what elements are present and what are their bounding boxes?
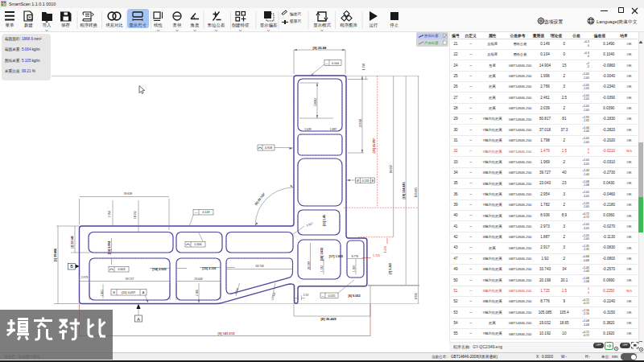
svg-text:[11] 1.45: [11] 1.45	[323, 215, 326, 226]
svg-text:2.954: 2.954	[108, 211, 111, 217]
svg-text:2.917: 2.917	[306, 222, 313, 228]
svg-text:0.918: 0.918	[265, 146, 272, 150]
svg-text:[9] 25.88: [9] 25.88	[313, 46, 327, 50]
svg-text:[5] 29.732°: [5] 29.732°	[254, 192, 266, 206]
svg-text:2.461: 2.461	[101, 290, 104, 296]
svg-text:39.727: 39.727	[126, 278, 134, 281]
svg-text:1.969: 1.969	[353, 265, 356, 272]
svg-text:[9] 141.012: [9] 141.012	[218, 331, 236, 335]
svg-text:[19] 104.846: [19] 104.846	[402, 183, 406, 200]
svg-text:[8] 36.469: [8] 36.469	[320, 317, 336, 321]
svg-text:[14] 2.925: [14] 2.925	[152, 268, 166, 271]
svg-text:[15] 2.191: [15] 2.191	[202, 267, 216, 270]
svg-text:[7] 3.243: [7] 3.243	[389, 263, 392, 274]
svg-text:0.133: 0.133	[362, 179, 369, 183]
svg-text:1.725: 1.725	[373, 254, 380, 257]
svg-text:[6] 9.052: [6] 9.052	[348, 294, 360, 298]
svg-text:2.039: 2.039	[304, 128, 312, 131]
svg-text:23.043: 23.043	[194, 278, 202, 281]
svg-text:8.936: 8.936	[415, 293, 418, 299]
svg-text:A: A	[137, 317, 140, 322]
svg-text:[35] 65.097: [35] 65.097	[373, 138, 376, 154]
svg-text:10.192: 10.192	[134, 211, 137, 219]
svg-text:Φ: Φ	[113, 291, 115, 294]
svg-text:[17] 1.905: [17] 1.905	[329, 255, 343, 258]
svg-text:[2] 13.146: [2] 13.146	[71, 236, 74, 249]
svg-text:Ø: Ø	[357, 179, 359, 183]
svg-text:1.479: 1.479	[384, 246, 387, 253]
svg-text:8.776: 8.776	[352, 255, 359, 258]
svg-text:14.904°: 14.904°	[270, 290, 276, 300]
svg-text:A: A	[142, 291, 145, 294]
svg-text:0.603: 0.603	[118, 268, 126, 271]
svg-text:19.002: 19.002	[314, 98, 317, 106]
svg-text:(20) 0.097: (20) 0.097	[122, 291, 135, 294]
svg-text:—: —	[195, 211, 198, 214]
svg-text:0.104: 0.104	[332, 62, 339, 65]
svg-text:20.199: 20.199	[308, 261, 311, 269]
svg-text:—: —	[325, 62, 328, 65]
svg-text:2.706: 2.706	[196, 290, 199, 296]
svg-text:33.743: 33.743	[255, 265, 263, 268]
svg-text:1.887: 1.887	[330, 128, 337, 131]
svg-text:105.085: 105.085	[415, 187, 418, 197]
svg-text:2.973: 2.973	[81, 276, 89, 279]
svg-text:0.306: 0.306	[195, 243, 202, 246]
svg-text:80.817: 80.817	[390, 165, 393, 173]
svg-text:1.905: 1.905	[234, 287, 239, 294]
svg-text:B: B	[70, 264, 73, 269]
svg-text:1.798: 1.798	[362, 64, 365, 71]
svg-text:37.018: 37.018	[359, 119, 362, 127]
svg-text:39.639: 39.639	[124, 192, 132, 195]
svg-text:—: —	[321, 294, 324, 298]
svg-text:[13] 3.004: [13] 3.004	[108, 241, 111, 254]
svg-text:[1] 39.666: [1] 39.666	[54, 249, 57, 261]
svg-text:[16] 1.633: [16] 1.633	[320, 248, 324, 261]
svg-text:0.015: 0.015	[328, 294, 336, 298]
svg-text:1.92: 1.92	[303, 294, 309, 297]
svg-text:0.149: 0.149	[203, 211, 210, 214]
svg-text:1.782: 1.782	[320, 265, 324, 272]
